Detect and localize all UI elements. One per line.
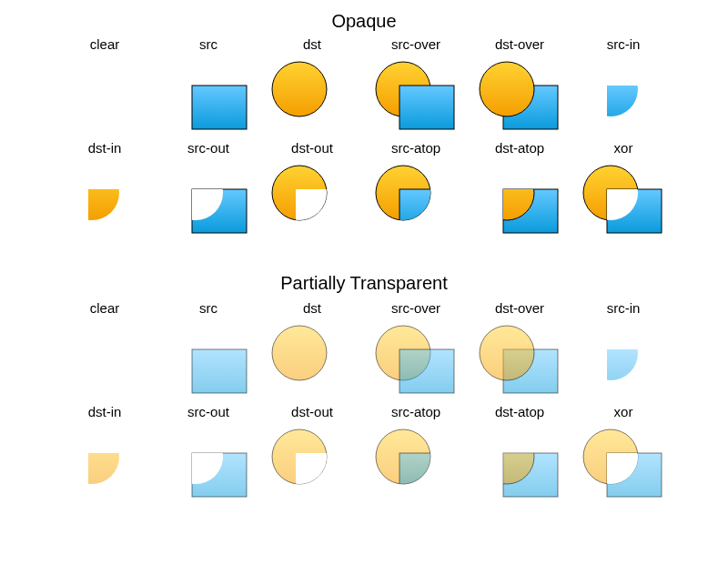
mode-label: src-out — [157, 404, 260, 419]
mode-label: dst-over — [468, 36, 571, 52]
cell-dst-out: dst-out — [260, 140, 364, 244]
mode-label: xor — [571, 140, 675, 156]
mode-label: dst — [260, 36, 364, 52]
svg-point-9 — [65, 166, 119, 220]
cell-src-over: src-over — [364, 300, 468, 404]
diagram-xor — [578, 426, 669, 508]
mode-label: dst-atop — [468, 404, 571, 419]
svg-point-17 — [480, 166, 534, 220]
mode-label: dst-in — [53, 140, 157, 156]
diagram-dst-out — [267, 162, 358, 244]
svg-rect-27 — [607, 349, 662, 393]
cell-dst-over: dst-over — [468, 300, 571, 404]
diagram-dst-in — [59, 426, 150, 508]
cell-dst: dst — [260, 300, 364, 404]
cell-dst-atop: dst-atop — [468, 140, 571, 244]
mode-label: src — [157, 300, 260, 316]
svg-point-22 — [272, 326, 327, 380]
diagram-dst-atop — [474, 162, 565, 244]
cell-dst-in: dst-in — [53, 140, 157, 244]
section-title: Partially Transparent — [0, 273, 728, 294]
cell-xor: xor — [571, 140, 675, 244]
cell-clear: clear — [53, 36, 157, 140]
svg-rect-5 — [399, 86, 454, 129]
cell-src-in: src-in — [571, 36, 675, 140]
diagram-dst-out — [267, 426, 358, 508]
svg-rect-32 — [296, 453, 350, 497]
mode-label: src-over — [364, 300, 468, 316]
svg-rect-24 — [399, 349, 454, 393]
svg-rect-21 — [192, 349, 247, 393]
mode-label: src-over — [364, 36, 468, 52]
mode-label: dst-out — [260, 404, 364, 419]
mode-label: dst-in — [53, 404, 157, 419]
cell-src-atop: src-atop — [364, 404, 468, 508]
mode-label: src — [157, 36, 260, 52]
diagram-src-over — [370, 58, 461, 140]
svg-rect-2 — [192, 86, 247, 129]
svg-point-28 — [65, 429, 119, 484]
mode-label: src-atop — [364, 404, 468, 419]
cell-src-out: src-out — [157, 140, 260, 244]
cell-src: src — [157, 36, 260, 140]
cell-src: src — [157, 300, 260, 404]
section-title: Opaque — [0, 11, 728, 32]
diagram-dst-over — [474, 322, 565, 404]
svg-point-11 — [168, 166, 223, 220]
diagram-src-out — [163, 426, 254, 508]
cell-src-out: src-out — [157, 404, 260, 508]
svg-point-26 — [480, 326, 534, 380]
svg-point-36 — [480, 429, 534, 484]
cell-dst-atop: dst-atop — [468, 404, 571, 508]
diagram-xor — [578, 162, 669, 244]
diagram-src-in — [578, 58, 669, 140]
mode-label: src-in — [571, 36, 675, 52]
diagram-dst-over — [474, 58, 565, 140]
mode-label: src-atop — [364, 140, 468, 156]
cell-src-over: src-over — [364, 36, 468, 140]
mode-label: clear — [53, 300, 157, 316]
svg-rect-8 — [607, 86, 662, 129]
svg-point-7 — [480, 62, 534, 116]
cell-xor: xor — [571, 404, 675, 508]
svg-rect-15 — [399, 189, 454, 233]
diagram-src — [163, 322, 254, 404]
cell-dst: dst — [260, 36, 364, 140]
mode-label: dst-atop — [468, 140, 571, 156]
diagram-src-in — [578, 322, 669, 404]
svg-point-3 — [272, 62, 327, 116]
svg-rect-34 — [399, 453, 454, 497]
mode-grid: clearsrcdstsrc-overdst-oversrc-indst-ins… — [53, 300, 675, 508]
diagram-clear — [59, 58, 150, 140]
mode-label: clear — [53, 36, 157, 52]
diagram-dst — [267, 322, 358, 404]
cell-src-in: src-in — [571, 300, 675, 404]
diagram-src-atop — [370, 426, 461, 508]
cell-src-atop: src-atop — [364, 140, 468, 244]
mode-label: dst-out — [260, 140, 364, 156]
svg-point-30 — [168, 429, 223, 484]
diagram-dst-atop — [474, 426, 565, 508]
cell-clear: clear — [53, 300, 157, 404]
mode-grid: clearsrcdstsrc-overdst-oversrc-indst-ins… — [53, 36, 675, 244]
diagram-src-over — [370, 322, 461, 404]
mode-label: src-out — [157, 140, 260, 156]
mode-label: dst — [260, 300, 364, 316]
cell-dst-over: dst-over — [468, 36, 571, 140]
svg-rect-13 — [296, 189, 350, 233]
cell-dst-in: dst-in — [53, 404, 157, 508]
cell-dst-out: dst-out — [260, 404, 364, 508]
diagram-dst-in — [59, 162, 150, 244]
mode-label: dst-over — [468, 300, 571, 316]
diagram-src-out — [163, 162, 254, 244]
mode-label: src-in — [571, 300, 675, 316]
mode-label: xor — [571, 404, 675, 419]
diagram-dst — [267, 58, 358, 140]
diagram-clear — [59, 322, 150, 404]
diagram-src — [163, 58, 254, 140]
diagram-src-atop — [370, 162, 461, 244]
